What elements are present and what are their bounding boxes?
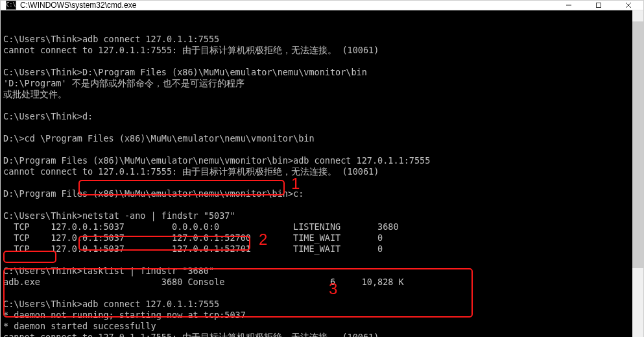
svg-rect-1	[597, 3, 601, 8]
scrollbar-thumb[interactable]	[632, 21, 643, 268]
app-icon-label: C:\	[6, 3, 16, 8]
vertical-scrollbar[interactable]: ▲ ▼	[632, 10, 643, 337]
close-button[interactable]	[614, 1, 643, 10]
window-title: C:\WINDOWS\system32\cmd.exe	[20, 1, 554, 10]
scrollbar-track[interactable]	[632, 21, 643, 337]
app-icon: C:\	[6, 1, 16, 10]
maximize-button[interactable]	[584, 1, 614, 10]
maximize-icon	[595, 2, 602, 8]
titlebar[interactable]: C:\ C:\WINDOWS\system32\cmd.exe	[1, 1, 643, 10]
minimize-icon	[566, 2, 572, 8]
cmd-window: C:\ C:\WINDOWS\system32\cmd.exe C:\Users…	[0, 0, 644, 337]
terminal[interactable]: C:\Users\Think>adb connect 127.0.1.1:755…	[1, 10, 643, 337]
window-controls	[554, 1, 643, 10]
minimize-button[interactable]	[554, 1, 584, 10]
close-icon	[625, 2, 632, 8]
terminal-content: C:\Users\Think>adb connect 127.0.1.1:755…	[3, 34, 643, 337]
